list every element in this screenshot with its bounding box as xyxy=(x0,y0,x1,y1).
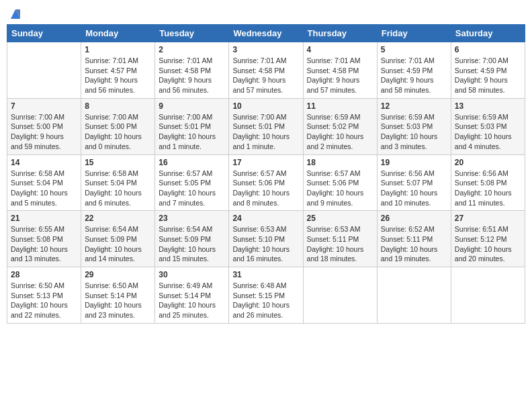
day-number: 26 xyxy=(381,214,447,223)
day-number: 1 xyxy=(85,45,151,54)
day-number: 27 xyxy=(455,214,521,223)
day-info: Sunrise: 7:01 AM Sunset: 4:58 PM Dayligh… xyxy=(307,56,373,95)
day-number: 25 xyxy=(307,214,373,223)
day-info: Sunrise: 6:57 AM Sunset: 5:06 PM Dayligh… xyxy=(232,169,299,208)
calendar-cell: 24Sunrise: 6:53 AM Sunset: 5:10 PM Dayli… xyxy=(229,211,303,267)
day-number: 30 xyxy=(159,270,225,279)
day-number: 24 xyxy=(232,214,299,223)
day-info: Sunrise: 6:59 AM Sunset: 5:03 PM Dayligh… xyxy=(381,112,447,152)
day-number: 5 xyxy=(381,45,447,54)
day-info: Sunrise: 6:53 AM Sunset: 5:11 PM Dayligh… xyxy=(307,224,373,264)
day-header-saturday: Saturday xyxy=(451,25,525,42)
day-number: 14 xyxy=(11,158,77,167)
calendar-cell xyxy=(451,267,525,324)
calendar-cell: 2Sunrise: 7:01 AM Sunset: 4:58 PM Daylig… xyxy=(155,42,229,99)
day-info: Sunrise: 6:59 AM Sunset: 5:02 PM Dayligh… xyxy=(307,112,373,152)
calendar-cell: 19Sunrise: 6:56 AM Sunset: 5:07 PM Dayli… xyxy=(377,154,451,211)
day-number: 11 xyxy=(307,101,373,111)
calendar-cell: 30Sunrise: 6:49 AM Sunset: 5:14 PM Dayli… xyxy=(155,267,229,324)
day-info: Sunrise: 6:57 AM Sunset: 5:05 PM Dayligh… xyxy=(159,169,225,208)
day-number: 17 xyxy=(232,158,299,167)
day-info: Sunrise: 7:01 AM Sunset: 4:57 PM Dayligh… xyxy=(85,56,151,95)
day-header-thursday: Thursday xyxy=(303,25,377,42)
day-number: 18 xyxy=(307,158,373,167)
day-info: Sunrise: 6:54 AM Sunset: 5:09 PM Dayligh… xyxy=(85,224,151,264)
day-number: 3 xyxy=(232,45,299,54)
calendar-cell: 13Sunrise: 6:59 AM Sunset: 5:03 PM Dayli… xyxy=(451,98,525,154)
calendar-cell: 21Sunrise: 6:55 AM Sunset: 5:08 PM Dayli… xyxy=(7,211,81,267)
day-header-friday: Friday xyxy=(377,25,451,42)
day-number: 10 xyxy=(232,101,299,111)
day-header-wednesday: Wednesday xyxy=(229,25,303,42)
calendar-cell: 4Sunrise: 7:01 AM Sunset: 4:58 PM Daylig… xyxy=(303,42,377,99)
calendar-cell: 31Sunrise: 6:48 AM Sunset: 5:15 PM Dayli… xyxy=(229,267,303,324)
day-number: 8 xyxy=(85,101,151,111)
day-info: Sunrise: 7:01 AM Sunset: 4:58 PM Dayligh… xyxy=(232,56,299,95)
calendar-cell: 10Sunrise: 7:00 AM Sunset: 5:01 PM Dayli… xyxy=(229,98,303,154)
day-info: Sunrise: 6:58 AM Sunset: 5:04 PM Dayligh… xyxy=(11,169,77,208)
calendar-cell: 9Sunrise: 7:00 AM Sunset: 5:01 PM Daylig… xyxy=(155,98,229,154)
calendar-cell: 23Sunrise: 6:54 AM Sunset: 5:09 PM Dayli… xyxy=(155,211,229,267)
calendar-table: SundayMondayTuesdayWednesdayThursdayFrid… xyxy=(7,24,525,324)
calendar-cell: 7Sunrise: 7:00 AM Sunset: 5:00 PM Daylig… xyxy=(7,98,81,154)
day-number: 21 xyxy=(11,214,77,223)
calendar-cell: 18Sunrise: 6:57 AM Sunset: 5:06 PM Dayli… xyxy=(303,154,377,211)
calendar-cell: 5Sunrise: 7:01 AM Sunset: 4:59 PM Daylig… xyxy=(377,42,451,99)
day-headers-row: SundayMondayTuesdayWednesdayThursdayFrid… xyxy=(7,25,525,42)
calendar-cell: 28Sunrise: 6:50 AM Sunset: 5:13 PM Dayli… xyxy=(7,267,81,324)
day-info: Sunrise: 6:55 AM Sunset: 5:08 PM Dayligh… xyxy=(11,224,77,264)
day-info: Sunrise: 6:48 AM Sunset: 5:15 PM Dayligh… xyxy=(232,281,299,320)
day-header-monday: Monday xyxy=(81,25,155,42)
week-row-1: 1Sunrise: 7:01 AM Sunset: 4:57 PM Daylig… xyxy=(7,42,525,99)
day-info: Sunrise: 7:00 AM Sunset: 5:00 PM Dayligh… xyxy=(85,112,151,152)
week-row-4: 21Sunrise: 6:55 AM Sunset: 5:08 PM Dayli… xyxy=(7,211,525,267)
week-row-2: 7Sunrise: 7:00 AM Sunset: 5:00 PM Daylig… xyxy=(7,98,525,154)
day-info: Sunrise: 7:01 AM Sunset: 4:59 PM Dayligh… xyxy=(381,56,447,95)
day-number: 6 xyxy=(455,45,521,54)
day-info: Sunrise: 6:59 AM Sunset: 5:03 PM Dayligh… xyxy=(455,112,521,152)
day-info: Sunrise: 7:00 AM Sunset: 5:00 PM Dayligh… xyxy=(11,112,77,152)
calendar-cell: 3Sunrise: 7:01 AM Sunset: 4:58 PM Daylig… xyxy=(229,42,303,99)
calendar-cell: 22Sunrise: 6:54 AM Sunset: 5:09 PM Dayli… xyxy=(81,211,155,267)
calendar-cell: 16Sunrise: 6:57 AM Sunset: 5:05 PM Dayli… xyxy=(155,154,229,211)
day-info: Sunrise: 6:52 AM Sunset: 5:11 PM Dayligh… xyxy=(381,224,447,264)
calendar-cell: 1Sunrise: 7:01 AM Sunset: 4:57 PM Daylig… xyxy=(81,42,155,99)
calendar-cell: 27Sunrise: 6:51 AM Sunset: 5:12 PM Dayli… xyxy=(451,211,525,267)
day-info: Sunrise: 6:57 AM Sunset: 5:06 PM Dayligh… xyxy=(307,169,373,208)
day-info: Sunrise: 6:56 AM Sunset: 5:08 PM Dayligh… xyxy=(455,169,521,208)
day-number: 7 xyxy=(11,101,77,111)
day-info: Sunrise: 7:00 AM Sunset: 5:01 PM Dayligh… xyxy=(232,112,299,152)
calendar-cell xyxy=(377,267,451,324)
day-info: Sunrise: 6:54 AM Sunset: 5:09 PM Dayligh… xyxy=(159,224,225,264)
day-number: 19 xyxy=(381,158,447,167)
calendar-cell xyxy=(7,42,81,99)
day-header-sunday: Sunday xyxy=(7,25,81,42)
day-info: Sunrise: 6:49 AM Sunset: 5:14 PM Dayligh… xyxy=(159,281,225,320)
day-info: Sunrise: 7:00 AM Sunset: 5:01 PM Dayligh… xyxy=(159,112,225,152)
day-number: 12 xyxy=(381,101,447,111)
logo-icon xyxy=(8,7,23,21)
week-row-3: 14Sunrise: 6:58 AM Sunset: 5:04 PM Dayli… xyxy=(7,154,525,211)
day-info: Sunrise: 6:50 AM Sunset: 5:13 PM Dayligh… xyxy=(11,281,77,320)
calendar-cell: 8Sunrise: 7:00 AM Sunset: 5:00 PM Daylig… xyxy=(81,98,155,154)
calendar-cell: 15Sunrise: 6:58 AM Sunset: 5:04 PM Dayli… xyxy=(81,154,155,211)
day-number: 16 xyxy=(159,158,225,167)
day-number: 31 xyxy=(232,270,299,279)
day-number: 28 xyxy=(11,270,77,279)
calendar-cell xyxy=(303,267,377,324)
day-info: Sunrise: 6:58 AM Sunset: 5:04 PM Dayligh… xyxy=(85,169,151,208)
calendar-cell: 6Sunrise: 7:00 AM Sunset: 4:59 PM Daylig… xyxy=(451,42,525,99)
day-number: 23 xyxy=(159,214,225,223)
calendar-cell: 20Sunrise: 6:56 AM Sunset: 5:08 PM Dayli… xyxy=(451,154,525,211)
day-info: Sunrise: 6:51 AM Sunset: 5:12 PM Dayligh… xyxy=(455,224,521,264)
day-info: Sunrise: 6:53 AM Sunset: 5:10 PM Dayligh… xyxy=(232,224,299,264)
day-number: 15 xyxy=(85,158,151,167)
calendar-cell: 11Sunrise: 6:59 AM Sunset: 5:02 PM Dayli… xyxy=(303,98,377,154)
day-number: 9 xyxy=(159,101,225,111)
day-number: 22 xyxy=(85,214,151,223)
logo xyxy=(7,7,23,20)
calendar-cell: 12Sunrise: 6:59 AM Sunset: 5:03 PM Dayli… xyxy=(377,98,451,154)
calendar-cell: 29Sunrise: 6:50 AM Sunset: 5:14 PM Dayli… xyxy=(81,267,155,324)
day-number: 2 xyxy=(159,45,225,54)
page-header xyxy=(7,7,525,20)
